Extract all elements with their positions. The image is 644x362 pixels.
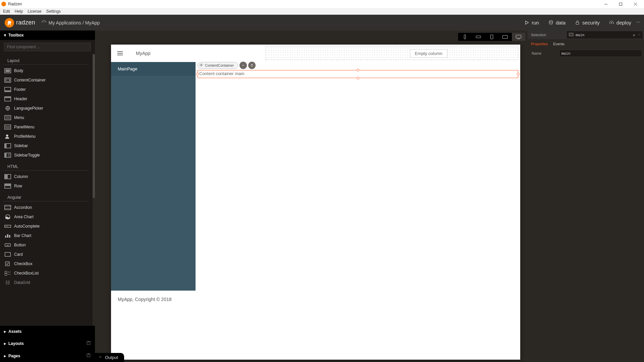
tool-footer[interactable]: Footer: [0, 85, 92, 94]
import-icon[interactable]: [86, 341, 91, 346]
assets-section[interactable]: ▸ Assets: [0, 326, 95, 337]
select-parent-button[interactable]: [239, 62, 247, 69]
chevron-down-icon: ▾: [4, 33, 6, 38]
toolbox-scrollbar[interactable]: [93, 54, 95, 326]
device-tablet-landscape[interactable]: [498, 33, 512, 41]
menu-help[interactable]: Help: [12, 8, 25, 14]
container-icon: [4, 77, 11, 83]
chevron-down-icon[interactable]: [637, 33, 641, 37]
svg-rect-52: [5, 274, 7, 276]
resize-handle-right[interactable]: [517, 73, 520, 75]
hamburger-icon[interactable]: [111, 45, 129, 62]
button-icon: btn: [4, 242, 11, 248]
tool-checkboxlist[interactable]: CheckBoxList: [0, 268, 92, 278]
layouts-section[interactable]: ▸ Layouts: [0, 337, 95, 350]
tool-card[interactable]: Card: [0, 250, 92, 259]
window-title: Radzen: [8, 2, 598, 6]
clear-selection-icon[interactable]: ×: [633, 33, 635, 38]
delete-selection-button[interactable]: [248, 62, 256, 69]
chevron-right-icon: ▸: [4, 354, 6, 358]
resize-handle-bottom[interactable]: [357, 77, 359, 79]
chevron-right-icon: ▸: [4, 329, 6, 334]
content-container-label: Content container main: [199, 71, 244, 76]
selection-dropdown[interactable]: main ×: [567, 31, 643, 39]
tool-contentcontainer[interactable]: ContentContainer: [0, 75, 92, 85]
resize-handle-left[interactable]: [196, 73, 199, 75]
tab-events[interactable]: Events: [553, 42, 565, 46]
section-html: HTML: [3, 162, 89, 171]
tool-menu[interactable]: Menu: [0, 113, 92, 122]
tool-row[interactable]: Row: [0, 181, 92, 191]
window-close-button[interactable]: [628, 0, 643, 8]
device-bar: [458, 33, 525, 41]
breadcrumb[interactable]: My Applications / MyApp: [49, 20, 100, 25]
checkboxlist-icon: [4, 270, 11, 276]
deploy-button[interactable]: deploy: [609, 20, 631, 25]
toolbox-header[interactable]: ▾ Toolbox: [0, 31, 95, 40]
tool-button[interactable]: btnButton: [0, 240, 92, 250]
app-icon: [1, 2, 6, 6]
database-icon: [548, 20, 553, 25]
pages-section[interactable]: ▸ Pages: [0, 350, 95, 362]
tool-body[interactable]: Body: [0, 66, 92, 75]
svg-rect-49: [5, 252, 11, 256]
tool-datagrid[interactable]: DataGrid: [0, 278, 92, 287]
tool-column[interactable]: Column: [0, 172, 92, 181]
sidebar-item-mainpage[interactable]: MainPage: [111, 62, 196, 76]
device-phone-landscape[interactable]: [472, 33, 485, 41]
datagrid-icon: [4, 280, 11, 286]
menu-edit[interactable]: Edit: [1, 8, 12, 14]
page-sidebar: MainPage: [111, 62, 196, 291]
play-icon: [524, 20, 529, 25]
import-icon[interactable]: [86, 353, 91, 359]
chevron-right-icon: ▸: [4, 341, 6, 346]
window-maximize-button[interactable]: [613, 0, 628, 8]
output-panel-toggle[interactable]: Output: [95, 353, 124, 362]
selection-pill[interactable]: ContentContainer: [198, 62, 238, 69]
tool-profilemenu[interactable]: ProfileMenu: [0, 132, 92, 141]
scrollbar-thumb[interactable]: [93, 54, 95, 198]
menu-settings[interactable]: Settings: [44, 8, 63, 14]
tool-accordion[interactable]: Accordion: [0, 203, 92, 212]
empty-column-dropzone[interactable]: Empty column: [265, 47, 518, 60]
app-logo: [5, 18, 14, 27]
device-tablet-portrait[interactable]: [485, 33, 498, 41]
app-title: MyApp: [129, 51, 157, 56]
data-button[interactable]: data: [548, 20, 566, 25]
device-desktop[interactable]: [512, 33, 525, 41]
tool-areachart[interactable]: Area Chart: [0, 212, 92, 222]
security-button[interactable]: security: [575, 20, 600, 25]
section-angular: Angular: [3, 192, 89, 201]
tool-barchart[interactable]: Bar Chart: [0, 231, 92, 240]
tool-sidebartoggle[interactable]: SidebarToggle: [0, 150, 92, 160]
selection-label: Selection: [528, 33, 567, 37]
accordion-icon: [4, 204, 11, 210]
tool-autocomplete[interactable]: AutoComplete: [0, 222, 92, 231]
device-phone-portrait[interactable]: [458, 33, 472, 41]
menu-license[interactable]: License: [25, 8, 44, 14]
tool-sidebar[interactable]: Sidebar: [0, 141, 92, 150]
tool-languagepicker[interactable]: LanguagePicker: [0, 104, 92, 113]
svg-rect-66: [516, 35, 521, 38]
tool-checkbox[interactable]: CheckBox: [0, 259, 92, 268]
window-minimize-button[interactable]: [598, 0, 613, 8]
svg-rect-16: [5, 97, 11, 98]
svg-rect-35: [5, 174, 8, 179]
barchart-icon: [4, 233, 11, 239]
footer-icon: [4, 86, 11, 93]
resize-handle-top[interactable]: [357, 69, 359, 71]
svg-rect-37: [5, 184, 11, 186]
menubar: Edit Help License Settings: [0, 8, 644, 15]
tool-header[interactable]: Header: [0, 94, 92, 104]
section-layout: Layout: [3, 56, 89, 65]
tool-panelmenu[interactable]: PanelMenu: [0, 122, 92, 132]
run-button[interactable]: run: [524, 20, 539, 25]
svg-rect-72: [570, 34, 573, 35]
more-icon[interactable]: [636, 20, 641, 25]
search-input[interactable]: [4, 43, 91, 51]
content-container-selected[interactable]: Content container main: [198, 70, 518, 78]
panelmenu-icon: [4, 124, 11, 130]
property-name-input[interactable]: main: [559, 50, 642, 57]
design-canvas[interactable]: MyApp Empty column MainPage ContentConta…: [111, 45, 520, 360]
tab-properties[interactable]: Properties: [531, 42, 548, 46]
